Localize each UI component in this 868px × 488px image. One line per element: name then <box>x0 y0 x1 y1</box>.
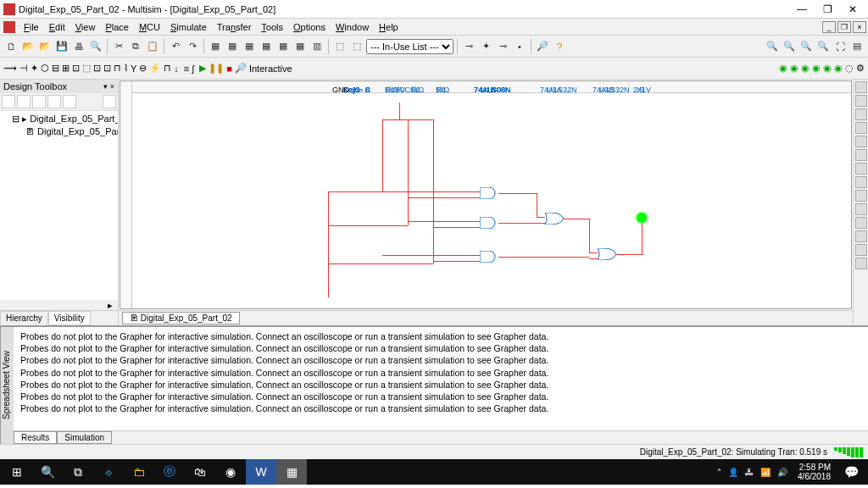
app-word-icon[interactable]: W <box>246 459 276 485</box>
cut-icon[interactable]: ✂ <box>111 39 126 54</box>
app-chrome-icon[interactable]: ◉ <box>215 459 246 485</box>
comp7-icon[interactable]: ▥ <box>309 39 325 54</box>
probe2-icon[interactable]: ✦ <box>478 39 493 54</box>
comp1-icon[interactable]: ▦ <box>208 39 223 54</box>
minimize-button[interactable]: — <box>790 2 814 17</box>
prset-icon[interactable]: ⚙ <box>856 63 865 74</box>
mdi-close[interactable]: × <box>853 21 866 33</box>
tbx-btn5[interactable] <box>63 95 76 108</box>
gate-u1c[interactable] <box>480 251 498 263</box>
probe4-icon[interactable]: • <box>512 39 527 54</box>
tbx-btn3[interactable] <box>32 95 46 108</box>
tray-people-icon[interactable]: 👤 <box>728 468 738 477</box>
instr14-icon[interactable] <box>855 258 867 269</box>
place17-icon[interactable]: ↓ <box>174 64 179 74</box>
menu-tools[interactable]: Tools <box>256 20 288 34</box>
hier1-icon[interactable]: ⬚ <box>332 39 348 54</box>
taskview-icon[interactable]: ⧉ <box>63 459 93 485</box>
comp6-icon[interactable]: ▦ <box>292 39 308 54</box>
place3-icon[interactable]: ✦ <box>31 63 38 74</box>
app-dropbox-icon[interactable]: ⟐ <box>93 459 124 485</box>
open2-icon[interactable]: 📂 <box>37 39 53 54</box>
instr1-icon[interactable] <box>855 81 867 93</box>
pr3-icon[interactable]: ◉ <box>801 63 810 74</box>
instr3-icon[interactable] <box>855 108 867 120</box>
menu-options[interactable]: Options <box>288 20 331 34</box>
find-icon[interactable]: 🔎 <box>535 39 550 54</box>
undo-icon[interactable]: ↶ <box>168 39 183 54</box>
tbx-btn6[interactable] <box>103 95 116 108</box>
menu-transfer[interactable]: Transfer <box>212 20 257 34</box>
instr10-icon[interactable] <box>855 203 867 215</box>
run-button[interactable]: ▶ <box>199 63 206 74</box>
grapher-icon[interactable]: ▤ <box>849 39 865 54</box>
place7-icon[interactable]: ⊡ <box>72 63 80 74</box>
bus1-icon[interactable]: ≡ <box>184 64 189 74</box>
app-store-icon[interactable]: 🛍 <box>185 459 215 485</box>
tray-vol-icon[interactable]: 🔊 <box>777 468 787 477</box>
close-button[interactable]: ✕ <box>841 2 865 17</box>
place5-icon[interactable]: ⊟ <box>52 63 59 74</box>
place4-icon[interactable]: ⬡ <box>41 63 49 74</box>
probe3-icon[interactable]: ⊸ <box>495 39 510 54</box>
toolbox-pin-icon[interactable]: ▾ × <box>103 82 114 91</box>
menu-help[interactable]: Help <box>374 20 403 34</box>
app-explorer-icon[interactable]: 🗀 <box>124 459 154 485</box>
zoomfit-icon[interactable]: 🔍 <box>815 39 831 54</box>
schematic-tab[interactable]: 🖹 Digital_Exp_05_Part_02 <box>122 312 240 324</box>
tbx-btn2[interactable] <box>17 95 31 108</box>
save-icon[interactable]: 💾 <box>54 39 70 54</box>
notifications-icon[interactable]: 💬 <box>836 459 866 485</box>
pr2-icon[interactable]: ◉ <box>790 63 798 74</box>
place2-icon[interactable]: ⊣ <box>19 63 28 74</box>
copy-icon[interactable]: ⧉ <box>128 39 143 54</box>
tab-hierarchy[interactable]: Hierarchy <box>0 311 48 325</box>
open-icon[interactable]: 📂 <box>20 39 36 54</box>
place6-icon[interactable]: ⊞ <box>62 63 70 74</box>
comp5-icon[interactable]: ▦ <box>275 39 291 54</box>
maximize-button[interactable]: ❐ <box>815 2 839 17</box>
tab-visibility[interactable]: Visibility <box>48 311 91 325</box>
pause-button[interactable]: ❚❚ <box>209 63 224 74</box>
tbx-btn1[interactable] <box>2 95 15 108</box>
instr11-icon[interactable] <box>855 217 867 229</box>
tree-root[interactable]: Digital_Exp_05_Part_02 <box>30 114 118 124</box>
instr5-icon[interactable] <box>855 136 867 147</box>
instr2-icon[interactable] <box>855 95 867 107</box>
inuse-list[interactable]: --- In-Use List --- <box>366 39 453 54</box>
menu-place[interactable]: Place <box>100 20 134 34</box>
tbx-btn4[interactable] <box>47 95 61 108</box>
menu-view[interactable]: View <box>70 20 101 34</box>
system-tray[interactable]: ˄ 👤 🖧 📶 🔊 <box>712 468 793 477</box>
comp3-icon[interactable]: ▦ <box>242 39 257 54</box>
pr5-icon[interactable]: ◉ <box>823 63 832 74</box>
instr6-icon[interactable] <box>855 149 867 161</box>
tray-wifi-icon[interactable]: 📶 <box>760 468 771 477</box>
print-icon[interactable]: 🖶 <box>71 39 86 54</box>
menu-mcu[interactable]: MCU <box>134 20 165 34</box>
zoomout-icon[interactable]: 🔍 <box>782 39 797 54</box>
stop-button[interactable]: ■ <box>226 64 232 74</box>
redo-icon[interactable]: ↷ <box>185 39 200 54</box>
pr4-icon[interactable]: ◉ <box>812 63 821 74</box>
tab-simulation[interactable]: Simulation <box>57 431 112 444</box>
tree-child[interactable]: Digital_Exp_05_Part_02 <box>37 126 118 136</box>
probe1-icon[interactable]: ⊸ <box>461 39 476 54</box>
tray-net-icon[interactable]: 🖧 <box>745 468 754 477</box>
instr12-icon[interactable] <box>855 230 867 242</box>
pr1-icon[interactable]: ◉ <box>779 63 787 74</box>
search-icon[interactable]: 🔍 <box>32 459 63 485</box>
instr8-icon[interactable] <box>855 176 867 188</box>
instr9-icon[interactable] <box>855 190 867 202</box>
app-edge-icon[interactable]: ⓔ <box>154 459 185 485</box>
taskbar-clock[interactable]: 2:58 PM 4/6/2018 <box>793 463 836 481</box>
spreadsheet-title[interactable]: Spreadsheet View <box>0 327 14 444</box>
gate-u3a[interactable] <box>545 213 564 225</box>
zoomin-icon[interactable]: 🔍 <box>765 39 780 54</box>
tray-up-icon[interactable]: ˄ <box>717 468 721 477</box>
message-list[interactable]: Probes do not plot to the Grapher for in… <box>14 327 868 430</box>
menu-simulate[interactable]: Simulate <box>165 20 212 34</box>
place1-icon[interactable]: ⟿ <box>3 63 17 74</box>
led-x1[interactable] <box>637 213 647 223</box>
place16-icon[interactable]: ⊓ <box>164 63 171 74</box>
